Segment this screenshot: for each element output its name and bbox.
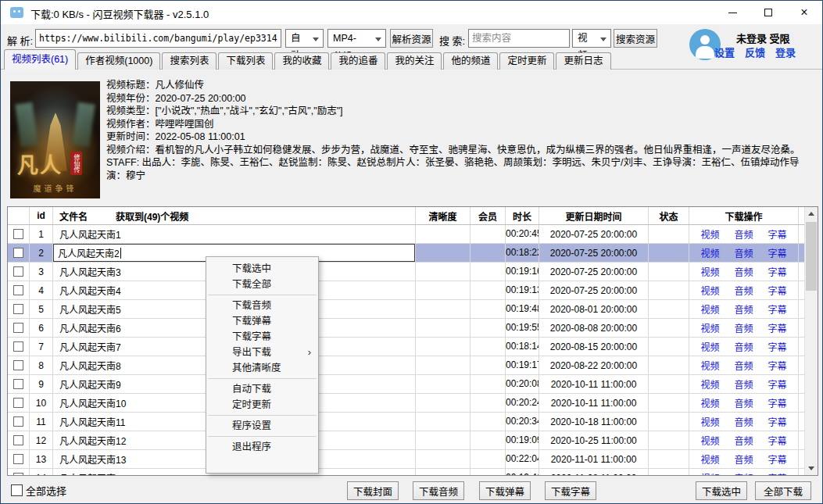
menu-item-下载全部[interactable]: 下载全部 [206, 277, 318, 292]
download-subtitle-link[interactable]: 字幕 [768, 246, 787, 259]
table-row[interactable]: 14凡人风起天南1400:19:412020-11-08 11:00:00视频音… [8, 469, 818, 476]
menu-item-程序设置[interactable]: 程序设置 [206, 418, 318, 434]
row-checkbox[interactable] [13, 416, 23, 427]
download-subtitle-button[interactable]: 下载字幕 [545, 481, 596, 500]
tab-favorites[interactable]: 我的收藏 [274, 52, 329, 70]
table-row[interactable]: 8凡人风起天南800:19:172020-08-22 20:00:00视频音频字… [8, 356, 818, 375]
menu-item-下载弹幕[interactable]: 下载弹幕 [206, 313, 318, 329]
download-audio-button[interactable]: 下载音频 [413, 481, 464, 500]
download-all-button[interactable]: 全部下载 [755, 481, 811, 500]
download-video-link[interactable]: 视频 [700, 246, 719, 259]
table-row[interactable]: 1凡人风起天南100:20:452020-07-25 20:00:00视频音频字… [8, 225, 818, 244]
row-checkbox[interactable] [13, 248, 23, 258]
download-video-link[interactable]: 视频 [700, 302, 719, 316]
download-audio-link[interactable]: 音频 [734, 227, 753, 241]
menu-item-下载字幕[interactable]: 下载字幕 [206, 329, 318, 345]
download-audio-link[interactable]: 音频 [734, 377, 753, 391]
download-video-link[interactable]: 视频 [700, 396, 719, 409]
download-video-link[interactable]: 视频 [700, 452, 719, 466]
table-row[interactable]: 7凡人风起天南700:18:142020-08-15 20:00:00视频音频字… [8, 338, 818, 356]
download-video-link[interactable]: 视频 [700, 359, 719, 372]
row-checkbox[interactable] [13, 454, 23, 464]
download-subtitle-link[interactable]: 字幕 [768, 265, 787, 278]
tab-download-list[interactable]: 下载列表 [218, 52, 273, 70]
row-checkbox[interactable] [13, 341, 23, 352]
video-type-select[interactable]: 视频 [572, 29, 611, 48]
download-video-link[interactable]: 视频 [700, 415, 719, 428]
row-checkbox[interactable] [13, 379, 23, 389]
download-audio-link[interactable]: 音频 [734, 452, 753, 466]
menu-item-下载音频[interactable]: 下载音频 [206, 298, 318, 313]
download-subtitle-link[interactable]: 字幕 [768, 302, 787, 316]
download-audio-link[interactable]: 音频 [734, 284, 753, 297]
table-row[interactable]: 3凡人风起天南300:19:162020-07-25 20:00:00视频音频字… [8, 263, 818, 281]
mode-select[interactable]: 自动 [285, 29, 324, 48]
download-danmaku-button[interactable]: 下载弹幕 [479, 481, 531, 500]
download-subtitle-link[interactable]: 字幕 [768, 340, 787, 353]
row-checkbox[interactable] [13, 285, 23, 295]
table-row[interactable]: 10凡人风起天南1000:20:242020-10-11 11:00:00视频音… [8, 394, 818, 413]
tab-my-bangumi[interactable]: 我的追番 [331, 52, 385, 70]
row-checkbox[interactable] [13, 435, 23, 445]
download-audio-link[interactable]: 音频 [734, 340, 753, 353]
download-subtitle-link[interactable]: 字幕 [768, 434, 787, 447]
download-subtitle-link[interactable]: 字幕 [768, 415, 787, 428]
menu-item-定时更新[interactable]: 定时更新 [206, 397, 318, 413]
table-row[interactable]: 6凡人风起天南600:19:552020-08-08 20:00:00视频音频字… [8, 319, 818, 338]
download-subtitle-link[interactable]: 字幕 [768, 321, 787, 334]
row-checkbox[interactable] [13, 304, 23, 314]
download-subtitle-link[interactable]: 字幕 [768, 227, 787, 241]
menu-item-其他清晰度[interactable]: 其他清晰度 [206, 360, 318, 376]
download-audio-link[interactable]: 音频 [734, 302, 753, 316]
download-subtitle-link[interactable]: 字幕 [768, 284, 787, 297]
download-cover-button[interactable]: 下载封面 [347, 481, 399, 500]
download-subtitle-link[interactable]: 字幕 [768, 359, 787, 372]
row-checkbox[interactable] [13, 360, 23, 370]
scrollbar-thumb[interactable] [806, 222, 817, 291]
menu-item-下载选中[interactable]: 下载选中 [206, 261, 318, 277]
download-video-link[interactable]: 视频 [700, 434, 719, 447]
vertical-scrollbar[interactable] [804, 207, 818, 475]
url-input[interactable] [35, 29, 281, 48]
scroll-up-button[interactable] [805, 207, 818, 220]
select-all-checkbox[interactable] [11, 484, 23, 496]
tab-his-channel[interactable]: 他的频道 [443, 52, 498, 70]
download-subtitle-link[interactable]: 字幕 [768, 396, 787, 409]
minimize-button[interactable] [714, 1, 750, 24]
download-audio-link[interactable]: 音频 [734, 434, 753, 447]
menu-item-导出下载[interactable]: 导出下载› [206, 345, 318, 360]
table-row[interactable]: 11凡人风起天南1100:20:342020-10-18 11:00:00视频音… [8, 413, 818, 431]
search-input[interactable] [468, 29, 570, 48]
select-all[interactable]: 全部选择 [11, 483, 66, 498]
search-button[interactable]: 搜索资源 [614, 29, 657, 48]
row-checkbox[interactable] [13, 398, 23, 408]
download-video-link[interactable]: 视频 [700, 284, 719, 297]
tab-video-list[interactable]: 视频列表(61) [4, 49, 76, 70]
table-row[interactable]: 4凡人风起天南400:19:132020-07-25 20:00:00视频音频字… [8, 281, 818, 300]
tab-changelog[interactable]: 更新日志 [556, 52, 610, 70]
row-checkbox[interactable] [13, 323, 23, 333]
download-subtitle-link[interactable]: 字幕 [768, 452, 787, 466]
tab-search-list[interactable]: 搜索列表 [162, 52, 216, 70]
download-audio-link[interactable]: 音频 [734, 321, 753, 334]
download-video-link[interactable]: 视频 [700, 321, 719, 334]
download-video-link[interactable]: 视频 [700, 265, 719, 278]
table-row[interactable]: 9凡人风起天南900:20:082020-10-11 11:00:00视频音频字… [8, 375, 818, 394]
row-checkbox[interactable] [13, 229, 23, 239]
download-video-link[interactable]: 视频 [700, 377, 719, 391]
download-audio-link[interactable]: 音频 [734, 415, 753, 428]
maximize-button[interactable] [750, 1, 786, 24]
download-audio-link[interactable]: 音频 [734, 359, 753, 372]
menu-item-退出程序[interactable]: 退出程序 [206, 439, 318, 455]
table-row[interactable]: 2凡人风起天南200:18:222020-07-25 20:00:00视频音频字… [8, 244, 818, 263]
format-select[interactable]: MP4-AVC [327, 29, 386, 48]
tab-my-follows[interactable]: 我的关注 [387, 52, 442, 70]
download-subtitle-link[interactable]: 字幕 [768, 377, 787, 391]
download-audio-link[interactable]: 音频 [734, 396, 753, 409]
scroll-down-button[interactable] [805, 462, 818, 475]
download-audio-link[interactable]: 音频 [734, 265, 753, 278]
row-checkbox[interactable] [13, 266, 23, 277]
table-row[interactable]: 5凡人风起天南500:19:482020-08-01 20:00:00视频音频字… [8, 300, 818, 319]
table-row[interactable]: 13凡人风起天南1300:22:042020-11-01 11:00:00视频音… [8, 450, 818, 469]
download-audio-link[interactable]: 音频 [734, 246, 753, 259]
